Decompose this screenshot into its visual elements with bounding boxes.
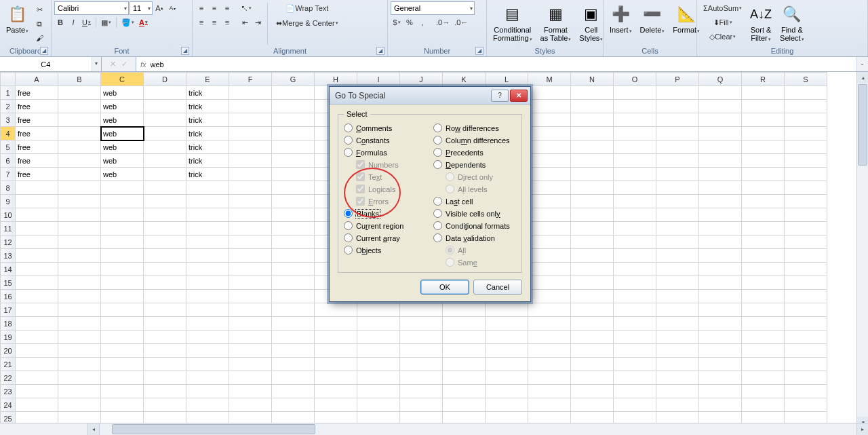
clear-button[interactable]: ◇ Clear [700,30,745,43]
cell-Q8[interactable] [699,181,742,195]
format-as-table-button[interactable]: ▦Format as Table [537,1,575,44]
name-box-dropdown[interactable]: ▾ [92,57,101,71]
cell-R14[interactable] [742,263,785,276]
cell-B4[interactable] [58,127,101,140]
cell-O5[interactable] [614,140,656,154]
cell-A19[interactable] [16,330,58,344]
row-header-6[interactable]: 6 [1,154,16,168]
column-header-J[interactable]: J [400,73,443,86]
cell-N20[interactable] [571,344,614,358]
cell-H22[interactable] [315,371,357,385]
cell-P10[interactable] [656,208,699,222]
cell-R11[interactable] [742,222,785,235]
cell-G15[interactable] [272,276,315,290]
cell-P8[interactable] [656,181,699,195]
cell-Q9[interactable] [699,195,742,208]
formula-input[interactable] [151,60,856,69]
row-header-19[interactable]: 19 [1,330,16,344]
cell-E23[interactable] [186,385,229,398]
cell-C8[interactable] [101,181,144,195]
cell-P12[interactable] [656,235,699,249]
scroll-right-arrow[interactable]: ▸ [856,423,868,435]
cell-F18[interactable] [229,317,272,330]
cell-G23[interactable] [272,385,315,398]
cell-R13[interactable] [742,249,785,263]
cell-C9[interactable] [101,195,144,208]
cell-E13[interactable] [186,249,229,263]
column-header-M[interactable]: M [528,73,571,86]
cell-G6[interactable] [272,154,315,168]
cell-P14[interactable] [656,263,699,276]
row-header-20[interactable]: 20 [1,344,16,358]
alignment-dialog-launcher[interactable]: ◢ [376,47,384,55]
cell-B9[interactable] [58,195,101,208]
cell-O24[interactable] [614,398,656,412]
cell-G3[interactable] [272,113,315,127]
cell-H17[interactable] [315,303,357,317]
option-rowdiff[interactable]: Row differences [433,124,516,132]
cell-A14[interactable] [16,263,58,276]
column-header-O[interactable]: O [614,73,656,86]
row-header-13[interactable]: 13 [1,249,16,263]
cell-Q10[interactable] [699,208,742,222]
option-precedents[interactable]: Precedents [433,148,516,157]
cell-Q3[interactable] [699,113,742,127]
cell-G21[interactable] [272,358,315,371]
cell-P7[interactable] [656,168,699,181]
cell-O14[interactable] [614,263,656,276]
cell-R17[interactable] [742,303,785,317]
cell-D15[interactable] [144,276,186,290]
row-header-23[interactable]: 23 [1,385,16,398]
cell-A2[interactable]: free [16,100,58,113]
cell-M6[interactable] [528,154,571,168]
cell-D17[interactable] [144,303,186,317]
option-curarray[interactable]: Current array [344,233,427,242]
cell-A20[interactable] [16,344,58,358]
cell-R19[interactable] [742,330,785,344]
name-box-input[interactable] [0,57,92,71]
cell-E6[interactable]: trick [186,154,229,168]
cell-M10[interactable] [528,208,571,222]
cell-Q12[interactable] [699,235,742,249]
cell-O8[interactable] [614,181,656,195]
cell-Q21[interactable] [699,358,742,371]
column-header-H[interactable]: H [315,73,357,86]
decrease-indent-button[interactable]: ⇤ [239,16,251,29]
cell-F14[interactable] [229,263,272,276]
cell-C21[interactable] [101,358,144,371]
cell-N8[interactable] [571,181,614,195]
cell-N13[interactable] [571,249,614,263]
cell-K17[interactable] [443,303,486,317]
cell-N4[interactable] [571,127,614,140]
option-condfmt-input[interactable] [433,221,442,230]
cell-D2[interactable] [144,100,186,113]
merge-center-button[interactable]: ⬌ Merge & Center [271,16,343,30]
cell-F12[interactable] [229,235,272,249]
cell-O7[interactable] [614,168,656,181]
dialog-help-button[interactable]: ? [491,90,509,102]
cell-N9[interactable] [571,195,614,208]
cell-P22[interactable] [656,371,699,385]
column-header-E[interactable]: E [186,73,229,86]
cell-J24[interactable] [400,398,443,412]
option-objects-input[interactable] [344,246,353,254]
cell-D18[interactable] [144,317,186,330]
cell-Q23[interactable] [699,385,742,398]
cell-M18[interactable] [528,317,571,330]
cell-R7[interactable] [742,168,785,181]
cell-E20[interactable] [186,344,229,358]
cell-J23[interactable] [400,385,443,398]
cancel-button[interactable]: Cancel [473,280,522,295]
cell-D5[interactable] [144,140,186,154]
cell-M15[interactable] [528,276,571,290]
formula-bar-expand[interactable]: ⌄ [856,57,868,71]
cell-A3[interactable]: free [16,113,58,127]
cell-L18[interactable] [486,317,528,330]
cell-B11[interactable] [58,222,101,235]
cell-N1[interactable] [571,86,614,100]
cell-P18[interactable] [656,317,699,330]
cell-N3[interactable] [571,113,614,127]
cell-Q13[interactable] [699,249,742,263]
cell-P4[interactable] [656,127,699,140]
cell-F6[interactable] [229,154,272,168]
